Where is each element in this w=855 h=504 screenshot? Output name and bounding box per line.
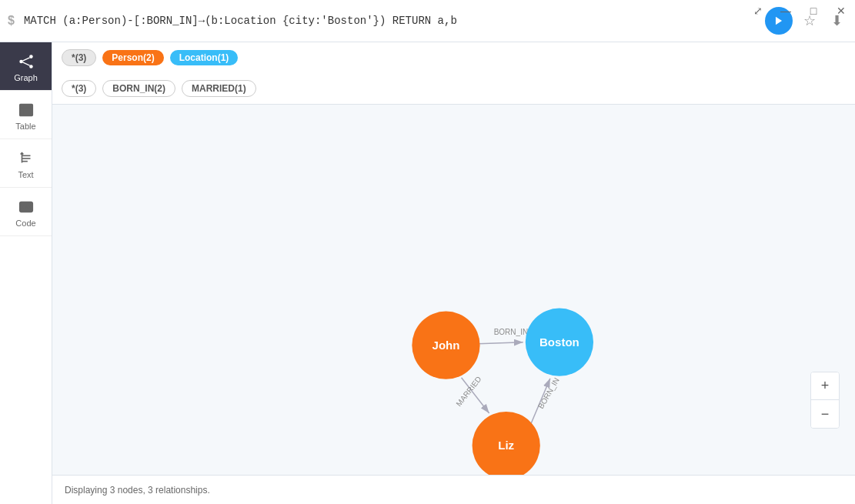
sidebar-graph-label: Graph (14, 73, 38, 82)
restore-button[interactable]: ⤢ (744, 0, 772, 22)
edge-label-born-in-1: BORN_IN (494, 328, 529, 336)
query-text[interactable]: MATCH (a:Person)-[:BORN_IN]→(b:Location … (24, 15, 759, 27)
svg-point-2 (29, 55, 33, 58)
status-bar: Displaying 3 nodes, 3 relationships. (52, 475, 855, 504)
graph-svg: BORN_IN MARRIED BORN_IN John Boston Liz (52, 105, 855, 475)
tags-row-nodes: *(3) Person(2) Location(1) (62, 42, 846, 73)
zoom-out-button[interactable]: − (811, 400, 839, 428)
svg-line-5 (22, 62, 29, 65)
sidebar-code-label: Code (15, 219, 35, 228)
graph-area[interactable]: BORN_IN MARRIED BORN_IN John Boston Liz (52, 105, 855, 475)
close-button[interactable]: ✕ (827, 0, 855, 22)
tag-all-nodes[interactable]: *(3) (62, 49, 96, 66)
tag-born-in[interactable]: BORN_IN(2) (102, 80, 175, 97)
tag-married[interactable]: MARRIED(1) (182, 80, 256, 97)
node-boston-label: Boston (539, 335, 579, 349)
tag-person[interactable]: Person(2) (102, 50, 163, 65)
node-john-label: John (433, 339, 460, 352)
tags-row-rels: *(3) BORN_IN(2) MARRIED(1) (62, 73, 846, 104)
svg-line-4 (22, 58, 29, 61)
tag-all-rels[interactable]: *(3) (62, 80, 96, 97)
svg-rect-6 (19, 105, 32, 116)
status-text: Displaying 3 nodes, 3 relationships. (65, 485, 210, 496)
tag-location[interactable]: Location(1) (170, 50, 239, 65)
svg-point-3 (29, 65, 33, 68)
edge-john-boston (479, 342, 523, 344)
dollar-sign-icon: $ (8, 14, 18, 28)
svg-point-1 (19, 60, 23, 64)
zoom-controls: + − (810, 372, 840, 429)
tags-bar: *(3) Person(2) Location(1) *(3) BORN_IN(… (52, 42, 855, 105)
sidebar-item-table[interactable]: Table (0, 91, 52, 139)
sidebar-table-label: Table (15, 122, 35, 131)
sidebar-text-label: Text (18, 170, 33, 179)
sidebar-item-text[interactable]: Text (0, 139, 52, 188)
zoom-in-button[interactable]: + (811, 372, 839, 400)
maximize-button[interactable]: □ (800, 0, 827, 22)
minimize-button[interactable]: — (772, 0, 800, 22)
sidebar: Graph Table Text (0, 42, 52, 504)
sidebar-item-code[interactable]: Code (0, 188, 52, 236)
edge-label-married: MARRIED (454, 375, 483, 408)
sidebar-item-graph[interactable]: Graph (0, 42, 52, 91)
query-bar: $ MATCH (a:Person)-[:BORN_IN]→(b:Locatio… (0, 0, 855, 42)
node-liz-label: Liz (498, 439, 514, 452)
